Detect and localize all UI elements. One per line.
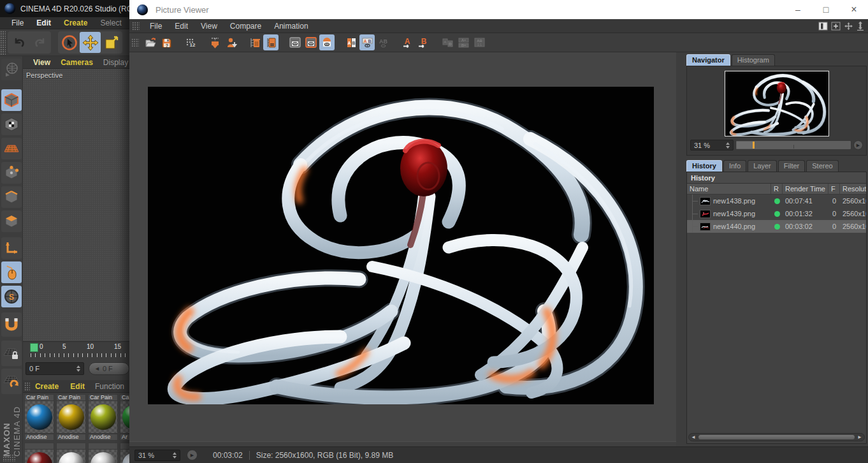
minimize-button[interactable]: –: [784, 0, 812, 19]
scrollbar-thumb[interactable]: [698, 435, 855, 439]
menu-cameras[interactable]: Cameras: [55, 58, 98, 67]
model-mode-button[interactable]: [1, 89, 22, 111]
panel-view-icon[interactable]: [818, 22, 828, 31]
ab-vertical-button[interactable]: AB: [344, 34, 359, 50]
make-editable-button[interactable]: [1, 59, 22, 80]
navigator-play-button[interactable]: ▶: [853, 140, 863, 150]
tab-history[interactable]: History: [686, 160, 722, 172]
column-resolution[interactable]: Resolution: [840, 184, 866, 194]
render-settings-button[interactable]: 12: [183, 34, 198, 50]
pv-menu-view[interactable]: View: [194, 20, 224, 32]
history-row[interactable]: new1438.png 00:07:41 0 2560x1600: [687, 195, 866, 207]
navigator-thumbnail[interactable]: [725, 71, 829, 136]
new-panel-icon[interactable]: [831, 22, 841, 31]
column-render-time[interactable]: Render Time: [783, 184, 828, 194]
spinner-icon[interactable]: [173, 452, 177, 459]
scroll-left-icon[interactable]: ◄: [691, 434, 696, 440]
image-canvas[interactable]: [129, 52, 676, 446]
compare-ab-button[interactable]: [319, 34, 335, 50]
close-button[interactable]: ×: [840, 0, 868, 19]
tab-stereo[interactable]: Stereo: [806, 160, 838, 172]
status-play-button[interactable]: ▶: [187, 450, 198, 460]
pv-menu-edit[interactable]: Edit: [168, 20, 194, 32]
viewport-tweak-button[interactable]: [1, 261, 22, 283]
tab-navigator[interactable]: Navigator: [686, 54, 730, 66]
material-item[interactable]: Car Pain Anodise: [56, 394, 86, 441]
material-item[interactable]: Ca Ar: [120, 394, 129, 441]
timeline-ruler[interactable]: 0 5 10 15: [23, 342, 129, 360]
delete-history-button[interactable]: [247, 34, 263, 50]
maximize-button[interactable]: □: [812, 0, 840, 19]
move-panel-icon[interactable]: [844, 22, 853, 31]
pv-menu-animation[interactable]: Animation: [268, 20, 314, 32]
perspective-viewport[interactable]: Perspective: [23, 69, 129, 342]
pv-menu-compare[interactable]: Compare: [224, 20, 268, 32]
pv-menubar-grip[interactable]: [132, 22, 140, 31]
pv-menu-file[interactable]: File: [143, 20, 168, 32]
menu-view[interactable]: View: [28, 58, 55, 67]
edges-mode-button[interactable]: [1, 186, 22, 208]
menu-mat-function[interactable]: Function: [90, 382, 129, 391]
offset-ab-button[interactable]: AB1:1: [472, 34, 487, 50]
menu-create[interactable]: Create: [57, 17, 94, 29]
material-sphere[interactable]: [122, 452, 130, 463]
points-mode-button[interactable]: [1, 162, 22, 184]
spinner-icon[interactable]: [76, 365, 80, 372]
set-as-a-button[interactable]: A: [400, 34, 415, 50]
undo-button[interactable]: [8, 32, 29, 53]
material-item[interactable]: Car Pain Anodise: [24, 394, 54, 441]
snap-button[interactable]: S: [1, 286, 22, 307]
polygons-mode-button[interactable]: [1, 210, 22, 232]
pv-toolbar-grip[interactable]: [131, 38, 139, 47]
column-f[interactable]: F: [828, 184, 840, 194]
workplane-mode-button[interactable]: [1, 138, 22, 159]
material-sphere[interactable]: [90, 404, 116, 430]
column-name[interactable]: Name: [687, 184, 771, 194]
link-ab-button[interactable]: A=B=: [456, 34, 471, 50]
material-sphere[interactable]: [59, 452, 84, 463]
resize-panel-icon[interactable]: [857, 21, 864, 31]
set-as-b-button[interactable]: B: [416, 34, 431, 50]
enable-axis-button[interactable]: [1, 237, 22, 259]
texture-mode-button[interactable]: [1, 114, 22, 135]
material-sphere[interactable]: [122, 404, 130, 430]
menu-select[interactable]: Select: [94, 17, 127, 29]
toolbar-grip[interactable]: [0, 31, 6, 55]
snapping-magnet-button[interactable]: [1, 312, 22, 337]
menu-mat-edit[interactable]: Edit: [65, 382, 90, 391]
navigator-zoom-slider[interactable]: [735, 140, 851, 150]
timeline-scrubber[interactable]: [30, 343, 38, 352]
rendered-image[interactable]: [148, 87, 654, 404]
navigator-zoom-field[interactable]: 31 %: [690, 140, 734, 151]
swap-ab-button[interactable]: AD: [440, 34, 455, 50]
show-image-a-button[interactable]: [287, 34, 303, 50]
tab-info[interactable]: Info: [723, 160, 746, 172]
ab-split-button[interactable]: AB: [359, 34, 375, 50]
history-row-selected[interactable]: new1440.png 00:03:02 0 2560x1600: [687, 220, 866, 233]
picture-viewer-titlebar[interactable]: Picture Viewer – □ ×: [129, 0, 868, 19]
save-as-button[interactable]: ?: [159, 34, 174, 50]
import-object-button[interactable]: [223, 34, 238, 50]
menu-mat-create[interactable]: Create: [34, 382, 65, 391]
lock-workplane-button[interactable]: [1, 341, 22, 366]
menu-display[interactable]: Display: [98, 58, 129, 67]
open-file-button[interactable]: [143, 34, 158, 50]
live-selection-button[interactable]: [59, 32, 80, 53]
slider-thumb[interactable]: [737, 142, 753, 149]
material-sphere[interactable]: [27, 404, 52, 430]
material-item[interactable]: Car Pain Anodise: [88, 394, 118, 441]
scroll-right-icon[interactable]: ►: [857, 434, 862, 440]
import-image-button[interactable]: [207, 34, 222, 50]
canvas-scrollbar-horizontal[interactable]: [129, 441, 676, 446]
history-scrollbar[interactable]: ◄ ►: [688, 433, 865, 441]
move-tool-button[interactable]: [80, 32, 101, 53]
corner-grip[interactable]: [3, 454, 15, 462]
frame-slider[interactable]: ◄ 0 F: [89, 362, 129, 375]
redo-button[interactable]: [29, 32, 50, 53]
material-sphere[interactable]: [27, 452, 52, 463]
material-sphere[interactable]: [59, 404, 84, 430]
status-zoom-field[interactable]: 31 %: [134, 450, 180, 461]
menu-edit[interactable]: Edit: [30, 17, 57, 29]
material-sphere[interactable]: [90, 452, 116, 463]
left-arrow-icon[interactable]: ◄: [94, 365, 100, 372]
